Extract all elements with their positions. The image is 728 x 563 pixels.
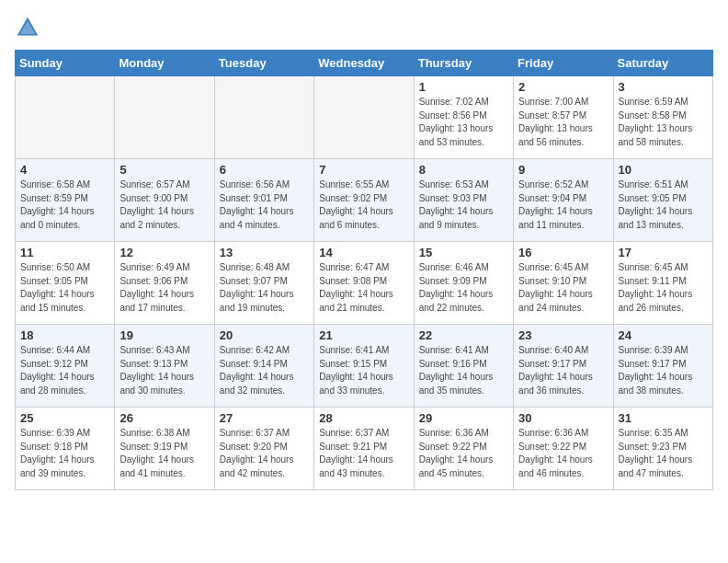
day-info: Sunrise: 6:43 AMSunset: 9:13 PMDaylight:…: [119, 344, 209, 397]
weekday-header: Sunday: [16, 51, 115, 76]
day-info: Sunrise: 6:52 AMSunset: 9:04 PMDaylight:…: [518, 178, 608, 232]
calendar-cell: 25Sunrise: 6:39 AMSunset: 9:18 PMDayligh…: [16, 408, 115, 490]
day-info: Sunrise: 6:41 AMSunset: 9:15 PMDaylight:…: [319, 344, 408, 397]
day-info: Sunrise: 6:56 AMSunset: 9:01 PMDaylight:…: [220, 178, 309, 232]
calendar-week-row: 1Sunrise: 7:02 AMSunset: 8:56 PMDaylight…: [16, 76, 713, 159]
weekday-header: Saturday: [613, 51, 712, 76]
day-number: 23: [518, 328, 608, 342]
weekday-header: Tuesday: [214, 51, 313, 76]
calendar-cell: 1Sunrise: 7:02 AMSunset: 8:56 PMDaylight…: [414, 76, 513, 159]
calendar-cell: 10Sunrise: 6:51 AMSunset: 9:05 PMDayligh…: [613, 159, 712, 242]
weekday-header: Thursday: [414, 51, 513, 76]
day-info: Sunrise: 6:44 AMSunset: 9:12 PMDaylight:…: [20, 344, 109, 397]
calendar-week-row: 18Sunrise: 6:44 AMSunset: 9:12 PMDayligh…: [16, 325, 713, 408]
calendar-cell: 30Sunrise: 6:36 AMSunset: 9:22 PMDayligh…: [514, 408, 613, 490]
day-number: 14: [319, 246, 408, 259]
day-number: 5: [119, 163, 209, 177]
day-number: 10: [619, 163, 708, 177]
calendar-cell: 23Sunrise: 6:40 AMSunset: 9:17 PMDayligh…: [514, 325, 613, 408]
calendar-cell: 2Sunrise: 7:00 AMSunset: 8:57 PMDaylight…: [514, 76, 613, 159]
day-info: Sunrise: 6:39 AMSunset: 9:17 PMDaylight:…: [619, 344, 708, 397]
calendar-cell: [214, 76, 313, 159]
logo: [15, 15, 42, 40]
calendar-cell: 9Sunrise: 6:52 AMSunset: 9:04 PMDaylight…: [514, 159, 613, 242]
calendar-cell: 17Sunrise: 6:45 AMSunset: 9:11 PMDayligh…: [613, 242, 712, 325]
calendar-cell: [16, 76, 115, 159]
calendar-cell: 11Sunrise: 6:50 AMSunset: 9:05 PMDayligh…: [16, 242, 115, 325]
day-info: Sunrise: 7:02 AMSunset: 8:56 PMDaylight:…: [419, 96, 508, 149]
day-info: Sunrise: 6:45 AMSunset: 9:10 PMDaylight:…: [518, 261, 608, 315]
calendar-cell: 27Sunrise: 6:37 AMSunset: 9:20 PMDayligh…: [214, 408, 313, 490]
calendar-cell: 4Sunrise: 6:58 AMSunset: 8:59 PMDaylight…: [16, 159, 115, 242]
calendar-cell: 31Sunrise: 6:35 AMSunset: 9:23 PMDayligh…: [613, 408, 712, 490]
day-info: Sunrise: 6:47 AMSunset: 9:08 PMDaylight:…: [319, 261, 408, 315]
day-number: 4: [20, 163, 109, 177]
day-number: 9: [518, 163, 608, 177]
day-number: 27: [220, 411, 309, 425]
day-info: Sunrise: 6:37 AMSunset: 9:20 PMDaylight:…: [220, 427, 309, 480]
day-number: 21: [319, 328, 408, 342]
day-number: 18: [20, 328, 109, 342]
day-number: 2: [518, 80, 608, 94]
calendar-cell: 19Sunrise: 6:43 AMSunset: 9:13 PMDayligh…: [115, 325, 214, 408]
day-number: 15: [419, 246, 508, 259]
calendar-cell: 28Sunrise: 6:37 AMSunset: 9:21 PMDayligh…: [314, 408, 414, 490]
calendar-week-row: 25Sunrise: 6:39 AMSunset: 9:18 PMDayligh…: [16, 408, 713, 490]
day-number: 22: [419, 328, 508, 342]
day-number: 12: [119, 246, 209, 259]
day-info: Sunrise: 6:36 AMSunset: 9:22 PMDaylight:…: [419, 427, 508, 480]
weekday-header: Monday: [115, 51, 214, 76]
calendar-cell: [115, 76, 214, 159]
calendar-cell: 21Sunrise: 6:41 AMSunset: 9:15 PMDayligh…: [314, 325, 414, 408]
calendar-week-row: 4Sunrise: 6:58 AMSunset: 8:59 PMDaylight…: [16, 159, 713, 242]
calendar-cell: 12Sunrise: 6:49 AMSunset: 9:06 PMDayligh…: [115, 242, 214, 325]
day-info: Sunrise: 6:51 AMSunset: 9:05 PMDaylight:…: [619, 178, 708, 232]
day-info: Sunrise: 6:40 AMSunset: 9:17 PMDaylight:…: [518, 344, 608, 397]
page-header: [15, 15, 713, 40]
day-number: 30: [518, 411, 608, 425]
day-number: 8: [419, 163, 508, 177]
calendar-cell: 8Sunrise: 6:53 AMSunset: 9:03 PMDaylight…: [414, 159, 513, 242]
day-info: Sunrise: 6:36 AMSunset: 9:22 PMDaylight:…: [518, 427, 608, 480]
day-number: 28: [319, 411, 408, 425]
calendar-cell: 20Sunrise: 6:42 AMSunset: 9:14 PMDayligh…: [214, 325, 313, 408]
calendar-cell: 16Sunrise: 6:45 AMSunset: 9:10 PMDayligh…: [514, 242, 613, 325]
calendar-cell: 24Sunrise: 6:39 AMSunset: 9:17 PMDayligh…: [613, 325, 712, 408]
day-info: Sunrise: 6:50 AMSunset: 9:05 PMDaylight:…: [20, 261, 109, 315]
day-number: 29: [419, 411, 508, 425]
day-info: Sunrise: 6:59 AMSunset: 8:58 PMDaylight:…: [619, 96, 708, 149]
day-number: 31: [619, 411, 708, 425]
day-info: Sunrise: 6:41 AMSunset: 9:16 PMDaylight:…: [419, 344, 508, 397]
calendar-week-row: 11Sunrise: 6:50 AMSunset: 9:05 PMDayligh…: [16, 242, 713, 325]
weekday-header: Wednesday: [314, 51, 414, 76]
calendar-header: SundayMondayTuesdayWednesdayThursdayFrid…: [16, 51, 713, 76]
calendar-cell: 3Sunrise: 6:59 AMSunset: 8:58 PMDaylight…: [613, 76, 712, 159]
day-info: Sunrise: 6:39 AMSunset: 9:18 PMDaylight:…: [20, 427, 109, 480]
calendar-cell: 5Sunrise: 6:57 AMSunset: 9:00 PMDaylight…: [115, 159, 214, 242]
calendar-table: SundayMondayTuesdayWednesdayThursdayFrid…: [15, 50, 713, 490]
calendar-cell: 14Sunrise: 6:47 AMSunset: 9:08 PMDayligh…: [314, 242, 414, 325]
weekday-header: Friday: [514, 51, 613, 76]
day-info: Sunrise: 6:35 AMSunset: 9:23 PMDaylight:…: [619, 427, 708, 480]
day-number: 20: [220, 328, 309, 342]
day-number: 11: [20, 246, 109, 259]
header-row: SundayMondayTuesdayWednesdayThursdayFrid…: [16, 51, 713, 76]
day-info: Sunrise: 7:00 AMSunset: 8:57 PMDaylight:…: [518, 96, 608, 149]
day-number: 16: [518, 246, 608, 259]
day-info: Sunrise: 6:57 AMSunset: 9:00 PMDaylight:…: [119, 178, 209, 232]
calendar-cell: 7Sunrise: 6:55 AMSunset: 9:02 PMDaylight…: [314, 159, 414, 242]
day-info: Sunrise: 6:49 AMSunset: 9:06 PMDaylight:…: [119, 261, 209, 315]
calendar-cell: 15Sunrise: 6:46 AMSunset: 9:09 PMDayligh…: [414, 242, 513, 325]
day-number: 6: [220, 163, 309, 177]
calendar-cell: [314, 76, 414, 159]
calendar-cell: 6Sunrise: 6:56 AMSunset: 9:01 PMDaylight…: [214, 159, 313, 242]
calendar-cell: 18Sunrise: 6:44 AMSunset: 9:12 PMDayligh…: [16, 325, 115, 408]
day-info: Sunrise: 6:46 AMSunset: 9:09 PMDaylight:…: [419, 261, 508, 315]
day-number: 26: [119, 411, 209, 425]
day-info: Sunrise: 6:55 AMSunset: 9:02 PMDaylight:…: [319, 178, 408, 232]
day-number: 3: [619, 80, 708, 94]
calendar-cell: 22Sunrise: 6:41 AMSunset: 9:16 PMDayligh…: [414, 325, 513, 408]
day-number: 1: [419, 80, 508, 94]
day-info: Sunrise: 6:48 AMSunset: 9:07 PMDaylight:…: [220, 261, 309, 315]
day-number: 19: [119, 328, 209, 342]
